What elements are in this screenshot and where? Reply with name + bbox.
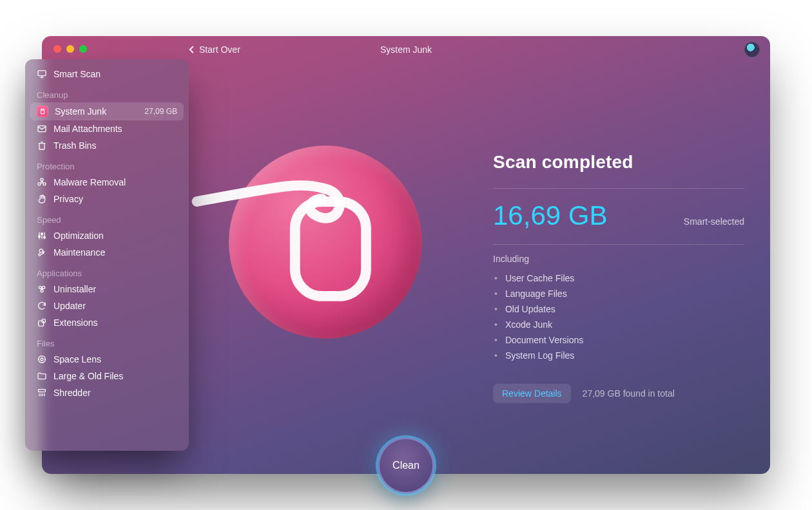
hand-icon [37,194,47,204]
system-junk-icon [37,106,48,117]
start-over-label: Start Over [199,44,240,55]
svg-point-14 [39,356,46,363]
minimize-window-button[interactable] [66,45,74,53]
sidebar-section-cleanup: Cleanup [30,82,184,102]
close-window-button[interactable] [53,45,61,53]
sidebar-item-label: Optimization [53,231,104,241]
sidebar-item-uninstaller[interactable]: Uninstaller [30,281,184,298]
lens-icon [37,354,47,364]
biohazard-icon [37,177,47,187]
sidebar-item-large-old-files[interactable]: Large & Old Files [30,368,184,384]
list-item: Language Files [494,286,744,301]
list-item: User Cache Files [494,270,744,286]
folder-icon [37,371,47,381]
svg-point-3 [41,178,43,181]
svg-point-7 [41,233,43,235]
fullscreen-window-button[interactable] [79,45,87,53]
sidebar-item-label: Mail Attachments [53,124,122,134]
sidebar-item-optimization[interactable]: Optimization [30,227,184,244]
results-heading: Scan completed [493,152,744,173]
sidebar-item-space-lens[interactable]: Space Lens [30,351,184,368]
svg-rect-0 [38,71,46,76]
clean-button[interactable]: Clean [380,439,432,492]
review-details-button[interactable]: Review Details [493,384,571,403]
svg-point-5 [43,183,46,185]
start-over-button[interactable]: Start Over [190,44,240,55]
extensions-icon [37,317,47,328]
uninstaller-icon [37,284,47,294]
sidebar-section-files: Files [30,331,184,351]
scan-results-panel: Scan completed 16,69 GB Smart-selected I… [493,152,744,403]
selected-size: 16,69 GB [493,200,607,231]
account-avatar[interactable] [744,42,760,57]
hero-illustration [229,146,422,339]
sidebar-item-trash-bins[interactable]: Trash Bins [30,137,184,154]
sidebar-item-label: Trash Bins [53,140,96,151]
sidebar-item-label: Updater [53,301,86,311]
monitor-icon [37,69,47,79]
svg-point-4 [38,183,41,185]
sidebar-item-label: Extensions [53,317,97,328]
list-item: Xcode Junk [494,317,744,332]
chevron-left-icon [189,46,196,53]
sidebar-item-label: Shredder [53,388,91,398]
sidebar-item-label: System Junk [55,106,106,117]
sidebar-item-label: Uninstaller [53,284,96,294]
wrench-icon [37,247,47,258]
list-item: Old Updates [494,301,744,317]
sidebar-item-smart-scan[interactable]: Smart Scan [30,66,184,82]
divider [493,244,744,245]
svg-point-8 [44,236,46,238]
sidebar-item-label: Maintenance [53,247,105,258]
sidebar-item-privacy[interactable]: Privacy [30,191,184,207]
svg-point-2 [41,182,43,184]
mail-icon [37,124,47,134]
sidebar-item-badge: 27,09 GB [144,107,177,116]
svg-point-15 [41,358,43,361]
sidebar-item-label: Privacy [53,194,83,204]
including-list: User Cache Files Language Files Old Upda… [493,270,744,363]
list-item: Document Versions [494,332,744,348]
window-controls [53,45,87,53]
sidebar-item-label: Large & Old Files [53,371,123,381]
svg-point-6 [39,236,41,238]
found-total-label: 27,09 GB found in total [583,388,675,399]
sidebar-item-maintenance[interactable]: Maintenance [30,244,184,261]
list-item: System Log Files [494,348,744,363]
sidebar-item-shredder[interactable]: Shredder [30,384,184,401]
sidebar-item-extensions[interactable]: Extensions [30,314,184,331]
sidebar-item-label: Malware Removal [53,177,126,187]
selected-size-sub: Smart-selected [684,216,744,227]
trash-icon [37,140,47,151]
trash-tag-icon [258,175,393,310]
svg-rect-16 [39,390,46,392]
sidebar: Smart Scan Cleanup System Junk 27,09 GB … [25,59,189,451]
including-label: Including [493,254,744,264]
sidebar-item-mail-attachments[interactable]: Mail Attachments [30,120,184,137]
page-title: System Junk [380,44,432,55]
sidebar-item-system-junk[interactable]: System Junk 27,09 GB [30,102,184,120]
sidebar-section-speed: Speed [30,207,184,227]
sidebar-item-label: Space Lens [53,354,101,364]
svg-rect-12 [39,321,44,326]
shredder-icon [37,388,47,398]
sidebar-section-protection: Protection [30,154,184,174]
updater-icon [37,301,47,311]
sidebar-item-label: Smart Scan [53,69,101,79]
sidebar-section-applications: Applications [30,261,184,281]
sidebar-item-updater[interactable]: Updater [30,298,184,314]
sliders-icon [37,231,47,241]
app-window: Start Over System Junk Smart Scan Cleanu… [42,36,770,474]
main-content: Scan completed 16,69 GB Smart-selected I… [209,75,744,474]
sidebar-item-malware-removal[interactable]: Malware Removal [30,174,184,191]
